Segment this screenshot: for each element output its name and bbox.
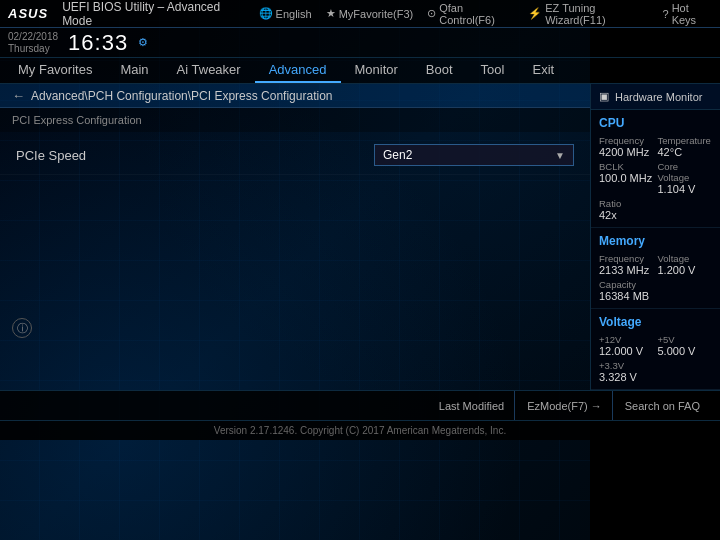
language-selector[interactable]: 🌐 English [259, 7, 312, 20]
footer: Version 2.17.1246. Copyright (C) 2017 Am… [0, 420, 720, 440]
footer-text: Version 2.17.1246. Copyright (C) 2017 Am… [214, 425, 506, 436]
last-modified-btn[interactable]: Last Modified [429, 391, 515, 420]
pcie-speed-label: PCIe Speed [16, 148, 374, 163]
ez-tuning-label: EZ Tuning Wizard(F11) [545, 2, 648, 26]
mem-capacity-label: Capacity 16384 MB [599, 279, 712, 302]
pcie-speed-dropdown[interactable]: Gen2 ▼ [374, 144, 574, 166]
status-bar: Last Modified EzMode(F7) → Search on FAQ [0, 390, 720, 420]
my-favorite-btn[interactable]: ★ MyFavorite(F3) [326, 7, 414, 20]
mem-frequency-label: Frequency 2133 MHz [599, 253, 654, 276]
ez-mode-btn[interactable]: EzMode(F7) → [517, 391, 613, 420]
fan-icon: ⊙ [427, 7, 436, 20]
nav-bar: My Favorites Main Ai Tweaker Advanced Mo… [0, 58, 720, 84]
v5-label: +5V 5.000 V [658, 334, 713, 357]
voltage-monitor-section: Voltage +12V 12.000 V +5V 5.000 V +3.3V … [591, 309, 720, 390]
settings-gear-icon[interactable]: ⚙ [138, 36, 148, 49]
settings-content: PCIe Speed Gen2 ▼ [0, 132, 590, 179]
header-title: UEFI BIOS Utility – Advanced Mode [62, 0, 244, 28]
header-bar: ASUS UEFI BIOS Utility – Advanced Mode 🌐… [0, 0, 720, 28]
cpu-monitor-section: CPU Frequency 4200 MHz Temperature 42°C … [591, 110, 720, 228]
main-area: ← Advanced\PCH Configuration\PCI Express… [0, 84, 720, 390]
chevron-down-icon: ▼ [555, 150, 565, 161]
voltage-section-title: Voltage [599, 315, 712, 329]
v12-label: +12V 12.000 V [599, 334, 654, 357]
cpu-ratio-label: Ratio 42x [599, 198, 712, 221]
hot-keys-btn[interactable]: ? Hot Keys [663, 2, 712, 26]
ez-tuning-btn[interactable]: ⚡ EZ Tuning Wizard(F11) [528, 2, 648, 26]
memory-monitor-section: Memory Frequency 2133 MHz Voltage 1.200 … [591, 228, 720, 309]
qfan-btn[interactable]: ⊙ Qfan Control(F6) [427, 2, 514, 26]
search-faq-btn[interactable]: Search on FAQ [615, 391, 710, 420]
globe-icon: 🌐 [259, 7, 273, 20]
hot-keys-label: Hot Keys [672, 2, 712, 26]
memory-section-title: Memory [599, 234, 712, 248]
nav-exit[interactable]: Exit [518, 58, 568, 83]
mem-voltage-label: Voltage 1.200 V [658, 253, 713, 276]
hardware-monitor-sidebar: ▣ Hardware Monitor CPU Frequency 4200 MH… [590, 84, 720, 390]
nav-main[interactable]: Main [106, 58, 162, 83]
nav-my-favorites[interactable]: My Favorites [4, 58, 106, 83]
breadcrumb: ← Advanced\PCH Configuration\PCI Express… [0, 84, 590, 108]
back-arrow-icon[interactable]: ← [12, 88, 25, 103]
date-line1: 02/22/2018 [8, 31, 58, 43]
sidebar-title-text: Hardware Monitor [615, 91, 702, 103]
cpu-frequency-label: Frequency 4200 MHz [599, 135, 654, 158]
content-panel: ← Advanced\PCH Configuration\PCI Express… [0, 84, 590, 390]
cpu-core-voltage-label: Core Voltage 1.104 V [658, 161, 713, 195]
nav-monitor[interactable]: Monitor [341, 58, 412, 83]
time-display: 16:33 [68, 30, 128, 56]
voltage-grid: +12V 12.000 V +5V 5.000 V +3.3V 3.328 V [599, 334, 712, 383]
sidebar-title: ▣ Hardware Monitor [591, 84, 720, 110]
info-button[interactable]: ⓘ [12, 318, 32, 338]
star-icon: ★ [326, 7, 336, 20]
monitor-icon: ▣ [599, 90, 609, 103]
cpu-bclk-label: BCLK 100.0 MHz [599, 161, 654, 195]
nav-tool[interactable]: Tool [467, 58, 519, 83]
cpu-temperature-label: Temperature 42°C [658, 135, 713, 158]
date-display: 02/22/2018 Thursday [8, 31, 58, 55]
v33-label: +3.3V 3.328 V [599, 360, 712, 383]
key-icon: ? [663, 8, 669, 20]
nav-advanced[interactable]: Advanced [255, 58, 341, 83]
section-title: PCI Express Configuration [12, 114, 142, 126]
wand-icon: ⚡ [528, 7, 542, 20]
my-favorite-label: MyFavorite(F3) [339, 8, 414, 20]
date-line2: Thursday [8, 43, 58, 55]
breadcrumb-path: Advanced\PCH Configuration\PCI Express C… [31, 89, 333, 103]
nav-ai-tweaker[interactable]: Ai Tweaker [163, 58, 255, 83]
asus-logo: ASUS [8, 6, 48, 21]
pcie-speed-value: Gen2 [383, 148, 412, 162]
cpu-grid: Frequency 4200 MHz Temperature 42°C BCLK… [599, 135, 712, 221]
pcie-speed-row: PCIe Speed Gen2 ▼ [0, 136, 590, 175]
section-header: PCI Express Configuration [0, 108, 590, 132]
cpu-section-title: CPU [599, 116, 712, 130]
datetime-bar: 02/22/2018 Thursday 16:33 ⚙ [0, 28, 720, 58]
memory-grid: Frequency 2133 MHz Voltage 1.200 V Capac… [599, 253, 712, 302]
qfan-label: Qfan Control(F6) [439, 2, 514, 26]
language-label: English [276, 8, 312, 20]
header-right: 🌐 English ★ MyFavorite(F3) ⊙ Qfan Contro… [259, 2, 712, 26]
nav-boot[interactable]: Boot [412, 58, 467, 83]
